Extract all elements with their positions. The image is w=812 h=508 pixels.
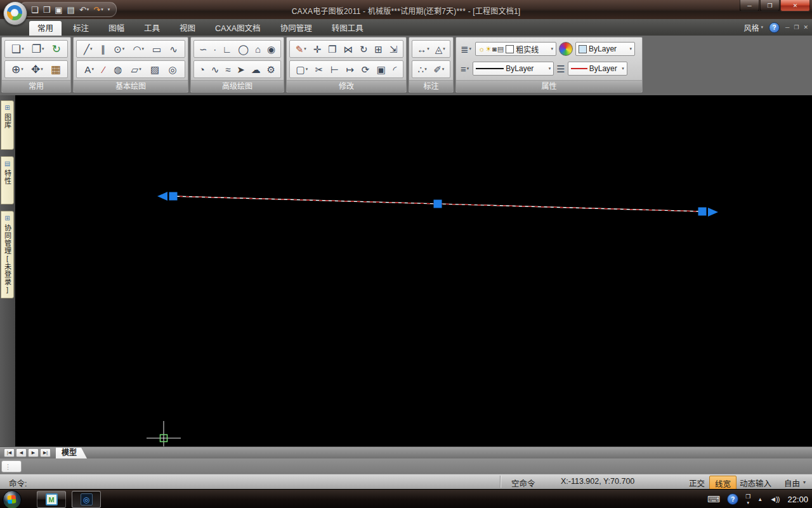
taskbar-app-caxa-active[interactable]: ◎	[72, 491, 101, 508]
color-combo[interactable]: ByLayer ▾	[575, 42, 635, 56]
dropdown-caret-icon[interactable]: ▾	[551, 46, 554, 51]
keyboard-icon[interactable]: ⌨	[707, 494, 720, 504]
centerline-icon[interactable]: ∕	[102, 64, 106, 75]
doc-close-button[interactable]: ✕	[803, 24, 808, 30]
dropdown-caret-icon[interactable]: ▾	[622, 66, 624, 71]
dropdown-caret-icon[interactable]: ▾	[101, 7, 103, 12]
layer-state-combo[interactable]: ☼☀◙▤ 粗实线 ▾	[475, 42, 556, 56]
point-icon[interactable]: ∙	[212, 44, 217, 55]
first-sheet-button[interactable]: |◀	[4, 448, 15, 457]
arrow-icon[interactable]: ➤	[235, 64, 246, 75]
dropdown-caret-icon[interactable]: ▾	[424, 67, 427, 72]
dropdown-caret-icon[interactable]: ▾	[42, 46, 44, 51]
datum-icon[interactable]: ◬▾	[434, 44, 447, 55]
speaker-icon[interactable]: ◄))	[769, 495, 779, 503]
tab-sheet[interactable]: 图幅	[100, 22, 133, 36]
pan-icon[interactable]: ✥▾	[30, 64, 44, 76]
close-button[interactable]: ✕	[780, 0, 810, 11]
command-input-box[interactable]: ⋮	[1, 460, 22, 472]
dropdown-caret-icon[interactable]: ▾	[467, 66, 469, 71]
tab-caxa-doc[interactable]: CAXA图文档	[207, 22, 269, 36]
dropdown-caret-icon[interactable]: ▾	[21, 67, 23, 72]
tab-common[interactable]: 常用	[29, 21, 62, 36]
sidebar-tab-properties[interactable]: ▤ 特性	[1, 156, 14, 204]
erase-icon[interactable]: ✎▾	[294, 44, 308, 55]
taskbar-app-caxa-manager[interactable]: M	[37, 491, 66, 508]
polygon-icon[interactable]: ⌂	[254, 44, 262, 55]
arc-icon[interactable]: ◠▾	[131, 44, 145, 55]
ortho-toggle[interactable]: 正交	[689, 477, 705, 489]
qat-customize-button[interactable]: ▾	[108, 7, 110, 12]
scale-icon[interactable]: ⇲	[388, 44, 399, 55]
dropdown-caret-icon[interactable]: ▾	[141, 46, 144, 51]
text-icon[interactable]: A▾	[83, 64, 95, 75]
block-icon[interactable]: ▱▾	[130, 64, 143, 75]
rotate-icon[interactable]: ↻	[358, 44, 369, 55]
tab-tools[interactable]: 工具	[136, 22, 168, 36]
tray-help-icon[interactable]: ?	[727, 493, 738, 505]
command-prompt[interactable]: 命令:	[9, 477, 27, 489]
tab-annotation[interactable]: 标注	[65, 22, 97, 36]
tab-collaboration[interactable]: 协同管理	[272, 22, 320, 36]
linestyle-combo[interactable]: ByLayer ▾	[568, 62, 627, 76]
new-file-icon[interactable]: ❏	[31, 6, 39, 14]
rectangle-icon[interactable]: ▭	[151, 44, 162, 55]
color-wheel-icon[interactable]	[559, 42, 573, 56]
tab-view[interactable]: 视图	[171, 22, 204, 36]
redo-icon[interactable]: ↷ ▾	[93, 6, 103, 14]
lineweight-list-icon[interactable]: ☰	[556, 64, 565, 74]
sidebar-tab-collaboration[interactable]: ⊞ 协同管理[未登录]	[1, 211, 14, 298]
save-icon[interactable]: ▣	[55, 6, 62, 14]
doc-minimize-button[interactable]: ─	[785, 24, 789, 30]
spline-icon[interactable]: ∿	[168, 44, 179, 55]
redraw-icon[interactable]: ↻	[51, 43, 62, 55]
select-icon[interactable]: ▢▾	[295, 64, 310, 75]
grip-handle[interactable]	[169, 192, 178, 201]
language-bar-icon[interactable]: ❐ ▼	[745, 494, 750, 505]
dynamic-input-toggle[interactable]: 动态输入	[740, 477, 771, 489]
tab-convert-tools[interactable]: 转图工具	[324, 22, 372, 36]
stretch-arrow-right[interactable]	[708, 208, 718, 217]
dropdown-caret-icon[interactable]: ▾	[630, 46, 632, 51]
dropdown-caret-icon[interactable]: ▾	[91, 67, 94, 72]
show-hidden-icons-button[interactable]: ▲	[757, 497, 763, 502]
label-icon[interactable]: ◎	[167, 64, 178, 75]
start-button[interactable]	[3, 490, 22, 508]
dropdown-caret-icon[interactable]: ▾	[469, 46, 472, 51]
dropdown-caret-icon[interactable]: ▾	[90, 46, 93, 51]
drag-grip-icon[interactable]: ⋮	[4, 462, 11, 472]
ellipse-icon[interactable]: ◯	[237, 44, 250, 55]
paste-icon[interactable]: ❑▾	[10, 43, 25, 55]
break-line-icon[interactable]: ≈	[224, 64, 232, 75]
mirror-icon[interactable]: ⋈	[342, 44, 354, 55]
drawing-canvas[interactable]	[15, 95, 812, 446]
stretch-arrow-left[interactable]	[157, 192, 167, 201]
balloon-icon[interactable]: ◍	[112, 64, 123, 75]
dropdown-caret-icon[interactable]: ▾	[87, 7, 89, 12]
grip-handle[interactable]	[698, 208, 707, 216]
gear-icon[interactable]: ⚙	[266, 64, 277, 75]
last-sheet-button[interactable]: ▶|	[40, 448, 51, 457]
dimension-icon[interactable]: ↔▾	[416, 44, 431, 55]
maximize-button[interactable]: ❐	[760, 0, 780, 11]
help-icon[interactable]: ?	[769, 22, 780, 33]
model-sheet-tab[interactable]: 模型	[56, 448, 87, 458]
open-file-icon[interactable]: ❒	[43, 6, 51, 14]
copy-icon[interactable]: ❐▾	[30, 43, 46, 55]
move-icon[interactable]: ✛	[312, 44, 323, 55]
dim-edit-icon[interactable]: ✐▾	[432, 64, 445, 75]
copy-entity-icon[interactable]: ❐	[327, 44, 337, 55]
tangent-circle-icon[interactable]: ◉	[266, 44, 277, 55]
zoom-icon[interactable]: ⊕▾	[10, 64, 25, 76]
display-icon[interactable]: ▦	[49, 64, 62, 76]
dropdown-caret-icon[interactable]: ▾	[427, 46, 429, 51]
sector-icon[interactable]: ◔	[198, 64, 206, 75]
snap-mode-select[interactable]: 自由	[784, 477, 800, 489]
print-icon[interactable]: ▤	[67, 6, 75, 14]
wave-line-icon[interactable]: ∿	[210, 64, 221, 75]
style-button[interactable]: 风格 ▾	[743, 22, 763, 33]
dropdown-caret-icon[interactable]: ▾	[41, 67, 43, 72]
dropdown-caret-icon[interactable]: ▾	[304, 46, 306, 51]
dropdown-caret-icon[interactable]: ▾	[306, 67, 308, 72]
line-icon[interactable]: ╱▾	[82, 44, 94, 55]
